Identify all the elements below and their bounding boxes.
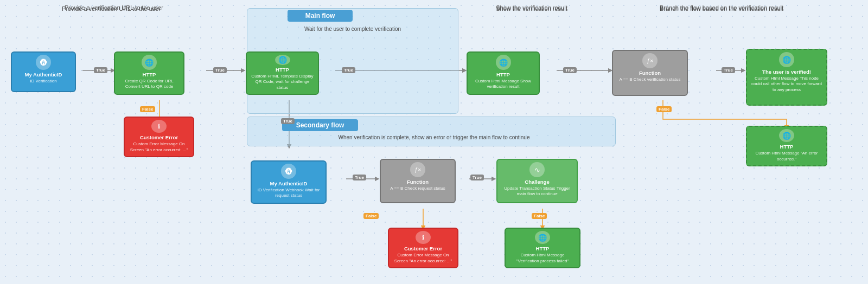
label-true-3: True xyxy=(342,67,355,73)
node-title-auth2: My AuthenticID xyxy=(270,180,308,186)
node-title-challenge: Challenge xyxy=(525,179,549,185)
node-desc-http2: Custom HTML Template Display QR Code, wa… xyxy=(250,74,315,91)
label-true-4: True xyxy=(563,67,577,73)
node-challenge[interactable]: ∿ Challenge Update Transaction Status Tr… xyxy=(496,159,578,203)
node-desc-http1: Create QR Code for URL Convert URL to QR… xyxy=(118,79,180,90)
error-icon-2: ℹ xyxy=(416,231,431,244)
node-title-1: My AuthenticID xyxy=(25,72,62,78)
node-title-http2: HTTP xyxy=(276,67,289,73)
error-icon-1: ℹ xyxy=(151,120,167,133)
node-title-http-fail: HTTP xyxy=(536,246,550,251)
main-flow-desc: Wait for the user to complete verificati… xyxy=(250,26,456,32)
node-desc-verified: Custom Html Message This node could call… xyxy=(750,76,823,93)
http-icon-1: 🌐 xyxy=(142,55,157,70)
http-error-icon: 🌐 xyxy=(779,129,794,142)
label-true-5: True xyxy=(722,67,735,73)
authentic-id-icon-2: 🅐 xyxy=(281,164,296,179)
label-true-sec2: True xyxy=(353,175,366,180)
node-http-error[interactable]: 🌐 HTTP Custom Html Message "An error occ… xyxy=(746,126,827,166)
label-false-sec1: False xyxy=(363,213,379,219)
main-flow-banner: Main flow xyxy=(288,10,353,22)
node-customer-error-2[interactable]: ℹ Customer Error Custom Error Message On… xyxy=(388,228,458,268)
node-title-err1: Customer Error xyxy=(140,134,178,140)
section2-text: Show the verification result xyxy=(456,5,608,12)
node-http-fail[interactable]: 🌐 HTTP Custom Html Message "Verification… xyxy=(505,228,580,268)
node-desc-err1: Custom Error Message On Screen "An error… xyxy=(128,141,190,153)
http-fail-icon: 🌐 xyxy=(535,231,550,244)
node-desc-http-err: Custom Html Message "An error occurred." xyxy=(750,151,823,162)
node-title-func1: Function xyxy=(639,70,661,76)
node-title-http3: HTTP xyxy=(496,72,510,78)
node-desc-http-fail: Custom Html Message "Verification proces… xyxy=(509,253,576,264)
challenge-icon: ∿ xyxy=(529,162,545,177)
node-user-verified[interactable]: 🌐 The user is verified! Custom Html Mess… xyxy=(746,49,827,106)
verified-icon: 🌐 xyxy=(779,52,794,67)
http-icon-3: 🌐 xyxy=(496,55,511,70)
node-title-func2: Function xyxy=(407,179,429,185)
function-icon-2: ƒ× xyxy=(410,162,425,177)
section3-text: Branch the flow based on the verificatio… xyxy=(624,5,819,12)
authentic-id-icon-1: 🅐 xyxy=(36,55,51,70)
node-desc-1: ID Verification xyxy=(30,79,56,84)
node-desc-func2: A == B Check request status xyxy=(390,186,445,191)
label-false-sec2: False xyxy=(532,213,547,219)
node-my-authentic-id-1[interactable]: 🅐 My AuthenticID ID Verification xyxy=(11,51,76,92)
node-my-authentic-id-2[interactable]: 🅐 My AuthenticID ID Verification Webhook… xyxy=(251,160,327,204)
node-title-verified: The user is verified! xyxy=(762,69,811,75)
node-http-3[interactable]: 🌐 HTTP Custom Html Message Show verifica… xyxy=(467,51,540,95)
section1-text: Provide a verification URL to the user xyxy=(11,5,212,12)
function-icon-1: ƒ× xyxy=(642,53,658,68)
label-false-2: False xyxy=(656,106,672,112)
node-desc-err2: Custom Error Message On Screen "An error… xyxy=(392,253,454,264)
node-title-http1: HTTP xyxy=(143,72,156,78)
node-http-2[interactable]: 🌐 HTTP Custom HTML Template Display QR C… xyxy=(246,51,319,95)
node-title-http-err: HTTP xyxy=(780,144,794,150)
node-desc-func1: A == B Check verification status xyxy=(620,77,681,82)
node-desc-http3: Custom Html Message Show verification re… xyxy=(471,79,535,90)
node-customer-error-1[interactable]: ℹ Customer Error Custom Error Message On… xyxy=(124,117,194,157)
node-desc-challenge: Update Transaction Status Trigger main f… xyxy=(501,186,573,197)
node-title-err2: Customer Error xyxy=(404,246,442,251)
label-true-1: True xyxy=(94,67,107,73)
label-true-sec3: True xyxy=(470,175,484,180)
label-false-1: False xyxy=(140,106,155,112)
node-desc-auth2: ID Verification Webhook Wait for request… xyxy=(255,188,322,199)
node-function-1[interactable]: ƒ× Function A == B Check verification st… xyxy=(612,50,688,96)
node-http-1[interactable]: 🌐 HTTP Create QR Code for URL Convert UR… xyxy=(114,51,184,95)
label-true-sec: True xyxy=(281,118,295,124)
flow-canvas: Provide a verification URL to the user S… xyxy=(0,0,868,284)
http-icon-2: 🌐 xyxy=(275,55,290,65)
secondary-flow-desc: When verification is complete, show an e… xyxy=(250,134,618,140)
node-function-2[interactable]: ƒ× Function A == B Check request status xyxy=(380,159,456,203)
label-true-2: True xyxy=(213,67,227,73)
